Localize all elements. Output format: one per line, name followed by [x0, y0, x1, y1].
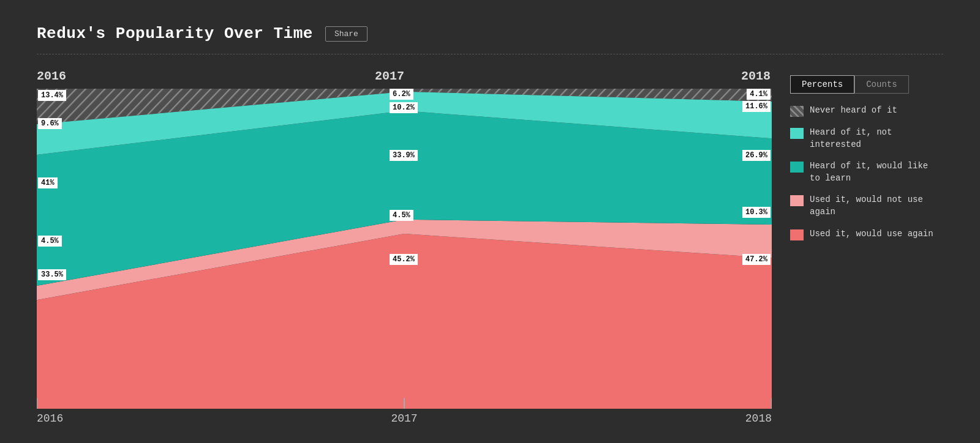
- label-2016-heard-not: 9.6%: [38, 118, 62, 129]
- legend: Percents Counts Never heard of it Heard …: [772, 69, 943, 425]
- label-2018-heard-learn: 26.9%: [742, 150, 771, 161]
- year-labels-top: 2016 2017 2018: [37, 69, 772, 89]
- label-2017-heard-not: 10.2%: [390, 102, 418, 113]
- legend-label-never: Never heard of it: [810, 105, 897, 117]
- legend-item-never: Never heard of it: [790, 105, 943, 117]
- tab-counts[interactable]: Counts: [854, 75, 908, 94]
- legend-label-used-not: Used it, would not use again: [810, 194, 943, 218]
- label-2017-never: 6.2%: [390, 89, 413, 100]
- legend-item-heard-learn: Heard of it, would like to learn: [790, 160, 943, 184]
- legend-item-used-not: Used it, would not use again: [790, 194, 943, 218]
- tab-percents[interactable]: Percents: [790, 75, 854, 94]
- share-button[interactable]: Share: [325, 26, 368, 42]
- chart-svg: [37, 89, 772, 409]
- year-top-2017: 2017: [375, 69, 404, 83]
- swatch-heard-not: [790, 128, 804, 139]
- legend-item-used-would: Used it, would use again: [790, 228, 943, 240]
- svg-container: 13.4% 9.6% 41% 4.5% 33.5% 6.2% 10.2% 33.…: [37, 89, 772, 409]
- label-2018-never: 4.1%: [747, 89, 771, 100]
- label-2018-used-not: 10.3%: [742, 207, 771, 218]
- legend-label-heard-not: Heard of it, not interested: [810, 127, 943, 151]
- page-wrapper: Redux's Popularity Over Time Share 2016 …: [0, 0, 980, 443]
- chart-area: 2016 2017 2018: [37, 69, 943, 425]
- label-2018-used-would: 47.2%: [742, 254, 771, 265]
- legend-label-used-would: Used it, would use again: [810, 228, 933, 240]
- swatch-used-not: [790, 195, 804, 206]
- legend-tabs: Percents Counts: [790, 75, 943, 94]
- swatch-heard-learn: [790, 162, 804, 173]
- legend-item-heard-not: Heard of it, not interested: [790, 127, 943, 151]
- year-bottom-2018: 2018: [745, 412, 772, 425]
- label-2016-never: 13.4%: [38, 90, 66, 101]
- label-2017-used-not: 4.5%: [390, 210, 413, 221]
- label-2017-heard-learn: 33.9%: [390, 150, 418, 161]
- label-2017-used-would: 45.2%: [390, 254, 418, 265]
- year-top-2018: 2018: [741, 69, 771, 83]
- header: Redux's Popularity Over Time Share: [37, 24, 943, 43]
- label-2016-heard-learn: 41%: [38, 177, 58, 188]
- year-top-2016: 2016: [37, 69, 66, 83]
- chart-main: 2016 2017 2018: [37, 69, 772, 425]
- year-bottom-2016: 2016: [37, 412, 63, 425]
- year-labels-bottom: 2016 2017 2018: [37, 409, 772, 425]
- label-2016-used-not: 4.5%: [38, 236, 62, 247]
- label-2018-heard-not: 11.6%: [742, 101, 771, 112]
- legend-label-heard-learn: Heard of it, would like to learn: [810, 160, 943, 184]
- swatch-never: [790, 106, 804, 117]
- page-title: Redux's Popularity Over Time: [37, 24, 313, 43]
- label-2016-used-would: 33.5%: [38, 269, 66, 280]
- swatch-used-would: [790, 229, 804, 240]
- divider: [37, 54, 943, 54]
- year-bottom-2017: 2017: [391, 412, 417, 425]
